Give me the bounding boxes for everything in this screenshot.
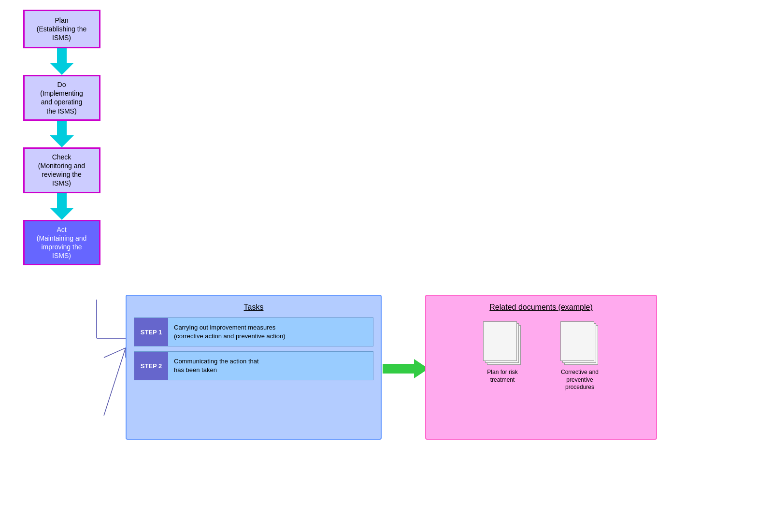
step2-row: STEP 2 Communicating the action that has… xyxy=(134,351,373,380)
pdca-column: Plan (Establishing the ISMS) Do (Impleme… xyxy=(19,10,104,265)
doc-paper-front xyxy=(483,321,517,361)
check-line4: ISMS) xyxy=(52,179,71,187)
doc-icon-1 xyxy=(483,321,522,365)
svg-line-0 xyxy=(104,348,126,416)
step2-label: STEP 2 xyxy=(134,352,168,380)
step1-row: STEP 1 Carrying out improvement measures… xyxy=(134,317,373,346)
green-arrow xyxy=(383,357,429,381)
act-line4: ISMS) xyxy=(52,252,71,259)
doc-paper-frontb xyxy=(560,321,594,361)
doc-icon-2 xyxy=(560,321,599,365)
svg-marker-4 xyxy=(50,121,74,147)
check-line3: reviewing the xyxy=(42,171,82,178)
related-title: Related documents (example) xyxy=(433,303,649,312)
step2-text: Communicating the action that has been t… xyxy=(174,357,259,374)
step2-content: Communicating the action that has been t… xyxy=(168,352,373,380)
plan-box: Plan (Establishing the ISMS) xyxy=(23,10,100,48)
do-line2: (Implementing xyxy=(40,89,83,97)
act-line3: improving the xyxy=(41,243,82,251)
connector-lines xyxy=(19,10,754,522)
diagram-container: Plan (Establishing the ISMS) Do (Impleme… xyxy=(19,10,754,522)
doc-item-2: Corrective and preventive procedures xyxy=(553,321,606,391)
act-line2: (Maintaining and xyxy=(37,234,87,242)
arrow-1 xyxy=(50,48,74,75)
docs-row: Plan for risk treatment Corrective and p… xyxy=(433,321,649,391)
step1-text: Carrying out improvement measures (corre… xyxy=(174,323,286,341)
check-box: Check (Monitoring and reviewing the ISMS… xyxy=(23,147,100,193)
step1-label: STEP 1 xyxy=(134,318,168,346)
svg-marker-5 xyxy=(50,193,74,220)
plan-line1: Plan xyxy=(55,16,68,24)
do-box: Do (Implementing and operating the ISMS) xyxy=(23,75,100,121)
do-line4: the ISMS) xyxy=(46,107,76,115)
related-panel: Related documents (example) Plan for ris… xyxy=(425,295,657,440)
check-line1: Check xyxy=(52,153,71,161)
svg-marker-3 xyxy=(50,48,74,75)
doc-item-1: Plan for risk treatment xyxy=(476,321,529,391)
plan-line3: ISMS) xyxy=(52,34,71,42)
svg-marker-8 xyxy=(383,359,429,378)
arrow-3 xyxy=(50,193,74,220)
act-box: Act (Maintaining and improving the ISMS) xyxy=(23,220,100,266)
do-line3: and operating xyxy=(41,98,83,106)
plan-line2: (Establishing the xyxy=(37,25,87,33)
tasks-panel: Tasks STEP 1 Carrying out improvement me… xyxy=(126,295,382,440)
do-line1: Do xyxy=(57,81,66,88)
svg-line-1 xyxy=(104,348,126,358)
tasks-title: Tasks xyxy=(134,303,373,312)
step1-content: Carrying out improvement measures (corre… xyxy=(168,318,373,346)
doc-label-2: Corrective and preventive procedures xyxy=(561,369,599,391)
arrow-2 xyxy=(50,121,74,147)
check-line2: (Monitoring and xyxy=(38,162,85,170)
act-line1: Act xyxy=(57,226,66,233)
doc-label-1: Plan for risk treatment xyxy=(487,369,517,384)
